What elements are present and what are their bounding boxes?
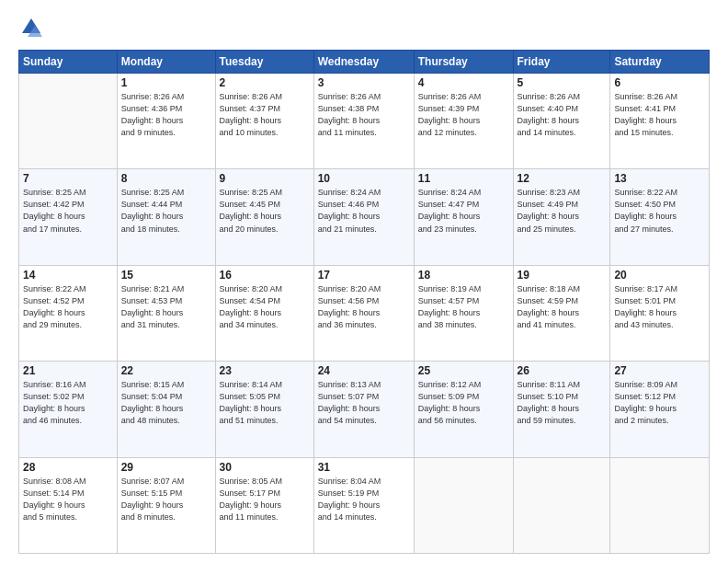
day-number: 30 (220, 461, 310, 474)
logo (18, 15, 48, 40)
calendar-week-4: 21Sunrise: 8:16 AM Sunset: 5:02 PM Dayli… (19, 362, 710, 457)
day-info: Sunrise: 8:16 AM Sunset: 5:02 PM Dayligh… (23, 379, 113, 427)
calendar-cell (610, 457, 710, 553)
calendar-cell: 6Sunrise: 8:26 AM Sunset: 4:41 PM Daylig… (610, 74, 710, 169)
day-info: Sunrise: 8:19 AM Sunset: 4:57 PM Dayligh… (418, 283, 509, 331)
day-number: 18 (418, 269, 509, 282)
day-number: 20 (614, 269, 705, 282)
calendar-cell: 13Sunrise: 8:22 AM Sunset: 4:50 PM Dayli… (610, 169, 710, 265)
day-number: 19 (518, 269, 607, 282)
calendar-cell: 7Sunrise: 8:25 AM Sunset: 4:42 PM Daylig… (19, 169, 118, 265)
day-number: 13 (614, 172, 705, 185)
day-info: Sunrise: 8:21 AM Sunset: 4:53 PM Dayligh… (121, 283, 211, 331)
day-number: 10 (318, 172, 410, 185)
day-number: 9 (220, 172, 310, 185)
day-number: 1 (121, 76, 211, 89)
calendar-cell: 18Sunrise: 8:19 AM Sunset: 4:57 PM Dayli… (414, 265, 513, 361)
calendar-cell: 28Sunrise: 8:08 AM Sunset: 5:14 PM Dayli… (19, 457, 118, 553)
day-number: 22 (121, 364, 211, 377)
day-number: 14 (23, 269, 113, 282)
calendar-cell: 4Sunrise: 8:26 AM Sunset: 4:39 PM Daylig… (414, 74, 513, 169)
day-info: Sunrise: 8:20 AM Sunset: 4:54 PM Dayligh… (220, 283, 310, 331)
calendar-cell: 29Sunrise: 8:07 AM Sunset: 5:15 PM Dayli… (117, 457, 215, 553)
day-info: Sunrise: 8:05 AM Sunset: 5:17 PM Dayligh… (220, 476, 310, 523)
day-info: Sunrise: 8:13 AM Sunset: 5:07 PM Dayligh… (318, 379, 410, 427)
day-info: Sunrise: 8:25 AM Sunset: 4:44 PM Dayligh… (121, 187, 211, 235)
day-info: Sunrise: 8:26 AM Sunset: 4:38 PM Dayligh… (318, 91, 410, 139)
day-info: Sunrise: 8:17 AM Sunset: 5:01 PM Dayligh… (614, 283, 705, 331)
day-number: 12 (518, 172, 607, 185)
calendar-week-5: 28Sunrise: 8:08 AM Sunset: 5:14 PM Dayli… (19, 457, 710, 553)
day-number: 6 (614, 76, 705, 89)
calendar-cell: 5Sunrise: 8:26 AM Sunset: 4:40 PM Daylig… (513, 74, 610, 169)
calendar-cell: 27Sunrise: 8:09 AM Sunset: 5:12 PM Dayli… (610, 362, 710, 457)
day-number: 4 (418, 76, 509, 89)
day-number: 16 (220, 269, 310, 282)
day-info: Sunrise: 8:26 AM Sunset: 4:39 PM Dayligh… (418, 91, 509, 139)
calendar-cell: 1Sunrise: 8:26 AM Sunset: 4:36 PM Daylig… (117, 74, 215, 169)
day-info: Sunrise: 8:12 AM Sunset: 5:09 PM Dayligh… (418, 379, 509, 427)
calendar-cell: 15Sunrise: 8:21 AM Sunset: 4:53 PM Dayli… (117, 265, 215, 361)
day-info: Sunrise: 8:09 AM Sunset: 5:12 PM Dayligh… (614, 379, 705, 427)
day-number: 3 (318, 76, 410, 89)
weekday-header-row: SundayMondayTuesdayWednesdayThursdayFrid… (19, 51, 710, 74)
day-info: Sunrise: 8:08 AM Sunset: 5:14 PM Dayligh… (23, 476, 113, 523)
calendar-week-1: 1Sunrise: 8:26 AM Sunset: 4:36 PM Daylig… (19, 74, 710, 169)
calendar-cell: 2Sunrise: 8:26 AM Sunset: 4:37 PM Daylig… (215, 74, 313, 169)
weekday-wednesday: Wednesday (313, 51, 414, 74)
day-number: 7 (23, 172, 113, 185)
calendar-cell: 16Sunrise: 8:20 AM Sunset: 4:54 PM Dayli… (215, 265, 313, 361)
calendar-cell (414, 457, 513, 553)
day-info: Sunrise: 8:22 AM Sunset: 4:50 PM Dayligh… (614, 187, 705, 235)
day-info: Sunrise: 8:11 AM Sunset: 5:10 PM Dayligh… (518, 379, 607, 427)
calendar-week-3: 14Sunrise: 8:22 AM Sunset: 4:52 PM Dayli… (19, 265, 710, 361)
weekday-thursday: Thursday (414, 51, 513, 74)
weekday-friday: Friday (513, 51, 610, 74)
weekday-saturday: Saturday (610, 51, 710, 74)
calendar-cell: 3Sunrise: 8:26 AM Sunset: 4:38 PM Daylig… (313, 74, 414, 169)
logo-icon (18, 15, 44, 40)
day-number: 8 (121, 172, 211, 185)
day-number: 21 (23, 364, 113, 377)
calendar-cell: 8Sunrise: 8:25 AM Sunset: 4:44 PM Daylig… (117, 169, 215, 265)
calendar-cell: 22Sunrise: 8:15 AM Sunset: 5:04 PM Dayli… (117, 362, 215, 457)
day-info: Sunrise: 8:25 AM Sunset: 4:45 PM Dayligh… (220, 187, 310, 235)
calendar-cell: 26Sunrise: 8:11 AM Sunset: 5:10 PM Dayli… (513, 362, 610, 457)
day-info: Sunrise: 8:26 AM Sunset: 4:37 PM Dayligh… (220, 91, 310, 139)
day-number: 15 (121, 269, 211, 282)
day-number: 31 (318, 461, 410, 474)
day-number: 17 (318, 269, 410, 282)
day-number: 28 (23, 461, 113, 474)
day-info: Sunrise: 8:22 AM Sunset: 4:52 PM Dayligh… (23, 283, 113, 331)
day-info: Sunrise: 8:20 AM Sunset: 4:56 PM Dayligh… (318, 283, 410, 331)
day-number: 2 (220, 76, 310, 89)
day-info: Sunrise: 8:23 AM Sunset: 4:49 PM Dayligh… (518, 187, 607, 235)
calendar-cell: 11Sunrise: 8:24 AM Sunset: 4:47 PM Dayli… (414, 169, 513, 265)
day-number: 24 (318, 364, 410, 377)
day-info: Sunrise: 8:26 AM Sunset: 4:36 PM Dayligh… (121, 91, 211, 139)
day-number: 11 (418, 172, 509, 185)
calendar-cell: 9Sunrise: 8:25 AM Sunset: 4:45 PM Daylig… (215, 169, 313, 265)
header (18, 15, 710, 40)
calendar-cell: 12Sunrise: 8:23 AM Sunset: 4:49 PM Dayli… (513, 169, 610, 265)
day-info: Sunrise: 8:25 AM Sunset: 4:42 PM Dayligh… (23, 187, 113, 235)
weekday-monday: Monday (117, 51, 215, 74)
calendar-cell: 25Sunrise: 8:12 AM Sunset: 5:09 PM Dayli… (414, 362, 513, 457)
calendar-cell: 10Sunrise: 8:24 AM Sunset: 4:46 PM Dayli… (313, 169, 414, 265)
day-info: Sunrise: 8:18 AM Sunset: 4:59 PM Dayligh… (518, 283, 607, 331)
day-info: Sunrise: 8:26 AM Sunset: 4:41 PM Dayligh… (614, 91, 705, 139)
day-number: 5 (518, 76, 607, 89)
day-info: Sunrise: 8:04 AM Sunset: 5:19 PM Dayligh… (318, 476, 410, 523)
calendar-cell: 31Sunrise: 8:04 AM Sunset: 5:19 PM Dayli… (313, 457, 414, 553)
day-info: Sunrise: 8:15 AM Sunset: 5:04 PM Dayligh… (121, 379, 211, 427)
day-info: Sunrise: 8:07 AM Sunset: 5:15 PM Dayligh… (121, 476, 211, 523)
page: SundayMondayTuesdayWednesdayThursdayFrid… (0, 0, 728, 563)
calendar-table: SundayMondayTuesdayWednesdayThursdayFrid… (18, 50, 710, 554)
weekday-sunday: Sunday (19, 51, 118, 74)
day-info: Sunrise: 8:24 AM Sunset: 4:47 PM Dayligh… (418, 187, 509, 235)
calendar-cell: 21Sunrise: 8:16 AM Sunset: 5:02 PM Dayli… (19, 362, 118, 457)
calendar-cell: 14Sunrise: 8:22 AM Sunset: 4:52 PM Dayli… (19, 265, 118, 361)
day-number: 26 (518, 364, 607, 377)
calendar-body: 1Sunrise: 8:26 AM Sunset: 4:36 PM Daylig… (19, 74, 710, 554)
calendar-cell (19, 74, 118, 169)
